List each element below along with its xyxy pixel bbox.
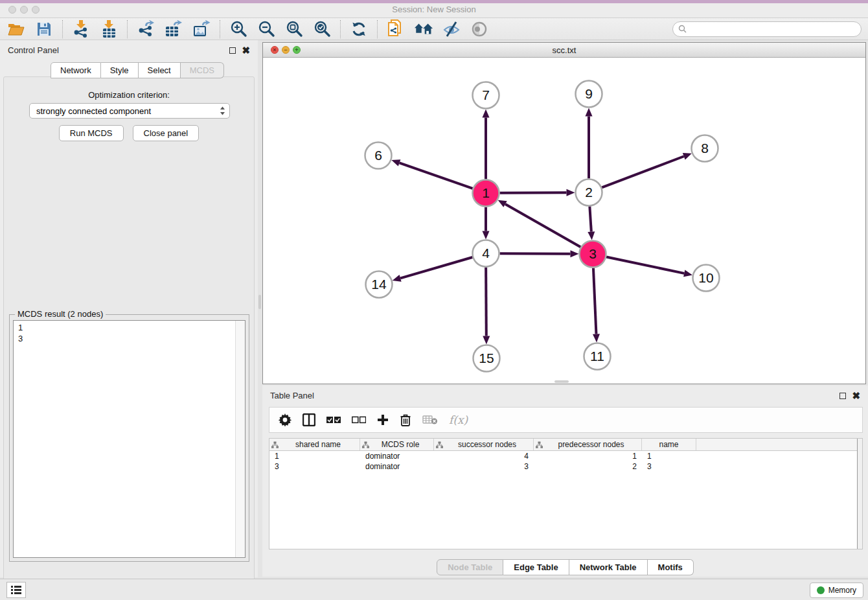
graph-node-2[interactable]: 2 <box>576 179 602 206</box>
tab-select[interactable]: Select <box>139 62 181 78</box>
tab-node-table[interactable]: Node Table <box>437 559 503 575</box>
column-header-name[interactable]: name <box>642 439 696 450</box>
table-body: 1dominator4113dominator323 <box>269 451 862 472</box>
node-table[interactable]: shared nameMCDS rolesuccessor nodesprede… <box>269 438 863 549</box>
table-cell[interactable]: 3 <box>642 461 696 472</box>
graph-node-14[interactable]: 14 <box>366 271 393 298</box>
memory-button[interactable]: Memory <box>810 583 863 598</box>
zoom-selected-icon[interactable] <box>312 19 332 39</box>
open-folder-icon[interactable] <box>6 19 26 39</box>
close-panel-icon[interactable]: ✖ <box>242 47 250 54</box>
zoom-fit-icon[interactable] <box>284 19 304 39</box>
column-header-label: predecessor nodes <box>543 440 639 449</box>
select-all-columns-icon[interactable] <box>326 412 341 428</box>
column-header-label: successor nodes <box>443 440 531 449</box>
graph-edge-3-1[interactable] <box>498 200 581 248</box>
graph-edge-1-4[interactable] <box>483 207 490 240</box>
graph-node-1[interactable]: 1 <box>473 180 499 207</box>
graph-edge-2-9[interactable] <box>586 108 593 179</box>
graph-node-3[interactable]: 3 <box>580 241 606 268</box>
graph-edge-4-14[interactable] <box>393 257 473 282</box>
import-table-icon[interactable] <box>99 19 119 39</box>
delete-columns-icon[interactable] <box>400 412 411 428</box>
table-scrollbar[interactable] <box>857 439 862 549</box>
graph-node-11[interactable]: 11 <box>584 343 611 370</box>
close-panel-button[interactable]: Close panel <box>133 125 200 141</box>
export-image-icon[interactable] <box>192 19 211 39</box>
memory-label: Memory <box>828 586 856 595</box>
graph-node-9[interactable]: 9 <box>576 81 602 108</box>
control-panel-title: Control Panel <box>8 45 59 55</box>
table-cell[interactable]: 1 <box>642 451 696 461</box>
tab-network[interactable]: Network <box>51 62 101 78</box>
tab-network-table[interactable]: Network Table <box>569 559 648 575</box>
mcds-result-scrollbar[interactable] <box>235 321 245 557</box>
tab-edge-table[interactable]: Edge Table <box>503 559 569 575</box>
table-cell[interactable]: 4 <box>434 451 534 461</box>
run-mcds-button[interactable]: Run MCDS <box>59 125 124 141</box>
table-row[interactable]: 1dominator411 <box>269 451 862 461</box>
new-network-icon[interactable] <box>386 19 405 39</box>
graph-edge-1-6[interactable] <box>391 159 472 189</box>
tab-motifs[interactable]: Motifs <box>648 559 694 575</box>
float-panel-icon[interactable] <box>229 47 236 54</box>
graph-edge-3-10[interactable] <box>606 257 692 277</box>
tab-style[interactable]: Style <box>101 62 139 78</box>
network-canvas[interactable]: 7968124314101511 <box>263 58 865 384</box>
graph-edge-4-3[interactable] <box>499 250 578 257</box>
graph-node-10[interactable]: 10 <box>693 265 720 292</box>
table-cell[interactable]: 3 <box>269 461 360 472</box>
table-cell[interactable]: 1 <box>534 451 642 461</box>
table-cell[interactable]: 1 <box>269 451 360 461</box>
graph-node-4[interactable]: 4 <box>473 240 499 267</box>
graph-edge-2-3[interactable] <box>588 206 595 240</box>
mcds-result-textarea[interactable]: 13 <box>13 320 246 558</box>
column-header-MCDS-role[interactable]: MCDS role <box>360 439 434 450</box>
table-cell[interactable]: dominator <box>360 451 434 461</box>
zoom-out-icon[interactable] <box>257 19 276 39</box>
network-window-titlebar[interactable]: × − + scc.txt <box>263 43 865 58</box>
tab-mcds[interactable]: MCDS <box>181 62 224 78</box>
import-network-icon[interactable] <box>71 19 91 39</box>
graph-edge-3-11[interactable] <box>593 268 600 342</box>
graph-edge-1-7[interactable] <box>483 110 490 179</box>
canvas-scroll-handle[interactable] <box>554 380 569 383</box>
table-cell[interactable]: 3 <box>434 461 534 472</box>
create-column-icon[interactable] <box>377 412 389 428</box>
graph-node-6[interactable]: 6 <box>365 143 392 169</box>
export-network-icon[interactable] <box>136 19 155 39</box>
column-header-predecessor-nodes[interactable]: predecessor nodes <box>534 439 642 450</box>
refresh-layout-icon[interactable] <box>349 19 369 39</box>
zoom-in-icon[interactable] <box>229 19 248 39</box>
search-icon <box>678 25 687 33</box>
toolbar-divider <box>377 20 378 38</box>
column-header-shared-name[interactable]: shared name <box>269 439 360 450</box>
toolbar-divider <box>220 20 220 38</box>
graph-node-8[interactable]: 8 <box>692 135 718 162</box>
svg-text:9: 9 <box>585 86 593 101</box>
search-input[interactable] <box>690 25 856 34</box>
graph-edge-4-15[interactable] <box>483 267 490 344</box>
chevron-up-down-icon <box>220 106 225 116</box>
graph-node-15[interactable]: 15 <box>474 345 500 372</box>
save-icon[interactable] <box>34 19 54 39</box>
show-column-icon[interactable] <box>303 412 315 428</box>
unselect-all-columns-icon[interactable] <box>352 412 366 428</box>
panel-divider-handle[interactable] <box>258 295 261 309</box>
task-history-button[interactable] <box>6 582 26 598</box>
table-cell[interactable]: dominator <box>360 461 434 472</box>
graph-edge-2-8[interactable] <box>602 153 692 187</box>
table-row[interactable]: 3dominator323 <box>269 461 862 472</box>
home-icon[interactable] <box>414 19 433 39</box>
graph-edge-1-2[interactable] <box>499 189 575 196</box>
graph-node-7[interactable]: 7 <box>473 82 499 109</box>
table-options-gear-icon[interactable] <box>279 412 291 428</box>
table-cell[interactable]: 2 <box>534 461 642 472</box>
float-panel-icon[interactable] <box>839 393 846 399</box>
hierarchy-icon <box>536 441 543 448</box>
hide-selected-eye-icon[interactable] <box>442 19 461 39</box>
optimization-criterion-select[interactable]: strongly connected component <box>29 103 230 119</box>
export-table-icon[interactable] <box>164 19 183 39</box>
close-panel-icon[interactable]: ✖ <box>852 393 860 399</box>
column-header-successor-nodes[interactable]: successor nodes <box>434 439 534 450</box>
